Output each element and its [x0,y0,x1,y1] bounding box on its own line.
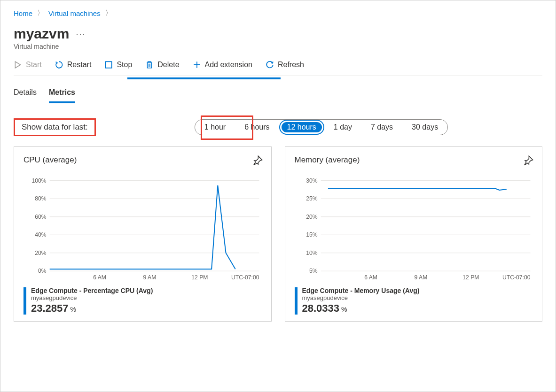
chevron-right-icon: 〉 [37,9,44,17]
pin-icon [523,155,533,166]
restart-button[interactable]: Restart [55,61,92,69]
cpu-value: 23.2857 [31,302,69,315]
cpu-legend-device: myasegpudevice [31,294,153,301]
svg-text:80%: 80% [35,195,47,202]
refresh-icon [266,61,274,69]
restart-icon [55,61,63,69]
range-1-day[interactable]: 1 day [324,120,361,135]
toolbar-underline-accent [127,77,281,79]
cpu-unit: % [70,306,76,313]
time-range-selector: 1 hour 6 hours 12 hours 1 day 7 days 30 … [195,119,448,135]
svg-text:30%: 30% [306,177,318,184]
svg-text:5%: 5% [309,268,318,274]
svg-text:9 AM: 9 AM [414,274,427,281]
svg-text:6 AM: 6 AM [364,274,377,281]
pin-icon [252,155,263,166]
svg-text:20%: 20% [35,250,47,256]
svg-text:15%: 15% [306,231,318,238]
chevron-right-icon: 〉 [105,9,112,17]
page-title: myazvm [14,26,69,42]
range-12-hours[interactable]: 12 hours [280,121,323,134]
tab-metrics[interactable]: Metrics [49,85,75,103]
svg-text:UTC-07:00: UTC-07:00 [502,274,531,281]
legend-color-bar [23,287,26,315]
tabs: Details Metrics [14,85,542,103]
svg-text:9 AM: 9 AM [143,274,157,281]
svg-text:12 PM: 12 PM [191,274,208,281]
cpu-legend-name: Edge Compute - Percentage CPU (Avg) [31,287,153,294]
delete-button[interactable]: Delete [145,61,179,69]
svg-text:12 PM: 12 PM [462,274,479,281]
svg-text:60%: 60% [35,214,47,220]
start-button: Start [14,61,42,69]
resource-type-label: Virtual machine [14,43,542,50]
legend-color-bar [295,287,298,315]
pin-button[interactable] [252,155,263,167]
tab-details[interactable]: Details [14,85,37,103]
svg-text:6 AM: 6 AM [93,274,106,281]
range-30-days[interactable]: 30 days [402,120,447,135]
play-icon [14,61,22,69]
range-6-hours[interactable]: 6 hours [235,120,279,135]
range-label-highlight: Show data for last: [14,118,96,136]
pin-button[interactable] [523,155,533,167]
range-label: Show data for last: [22,123,88,131]
memory-legend: Edge Compute - Memory Usage (Avg) myaseg… [295,287,533,315]
breadcrumb-virtual-machines[interactable]: Virtual machines [48,9,101,17]
plus-icon [193,61,201,69]
memory-metric-card: Memory (average) 30% 25% 20% 15% [285,146,543,322]
breadcrumb-home[interactable]: Home [14,9,32,17]
memory-legend-name: Edge Compute - Memory Usage (Avg) [302,287,420,294]
breadcrumb: Home 〉 Virtual machines 〉 [14,9,542,17]
add-extension-button[interactable]: Add extension [193,61,252,69]
cpu-chart: 100% 80% 60% 40% 20% 0% [23,169,262,282]
more-menu-button[interactable]: ··· [76,29,86,39]
svg-text:25%: 25% [306,195,318,202]
stop-icon [104,61,113,69]
command-bar: Start Restart Stop Delete Add extension [14,61,542,76]
memory-card-title: Memory (average) [295,155,533,165]
range-7-days[interactable]: 7 days [361,120,402,135]
refresh-button[interactable]: Refresh [266,61,304,69]
svg-text:40%: 40% [35,231,47,238]
cpu-card-title: CPU (average) [23,155,262,165]
stop-button[interactable]: Stop [104,61,132,69]
svg-text:20%: 20% [306,214,318,220]
trash-icon [145,61,154,69]
cpu-legend: Edge Compute - Percentage CPU (Avg) myas… [23,287,262,315]
svg-text:0%: 0% [38,268,47,274]
svg-text:UTC-07:00: UTC-07:00 [231,274,259,281]
svg-text:10%: 10% [306,250,318,256]
memory-legend-device: myasegpudevice [302,294,420,301]
cpu-metric-card: CPU (average) 100% 80% 60% 40% [14,146,272,322]
svg-rect-0 [106,61,112,68]
range-1-hour[interactable]: 1 hour [195,120,235,135]
memory-chart: 30% 25% 20% 15% 10% 5% 6 AM 9 AM [295,169,533,282]
svg-text:100%: 100% [32,177,47,184]
memory-value: 28.0333 [302,302,340,315]
memory-unit: % [341,306,347,313]
